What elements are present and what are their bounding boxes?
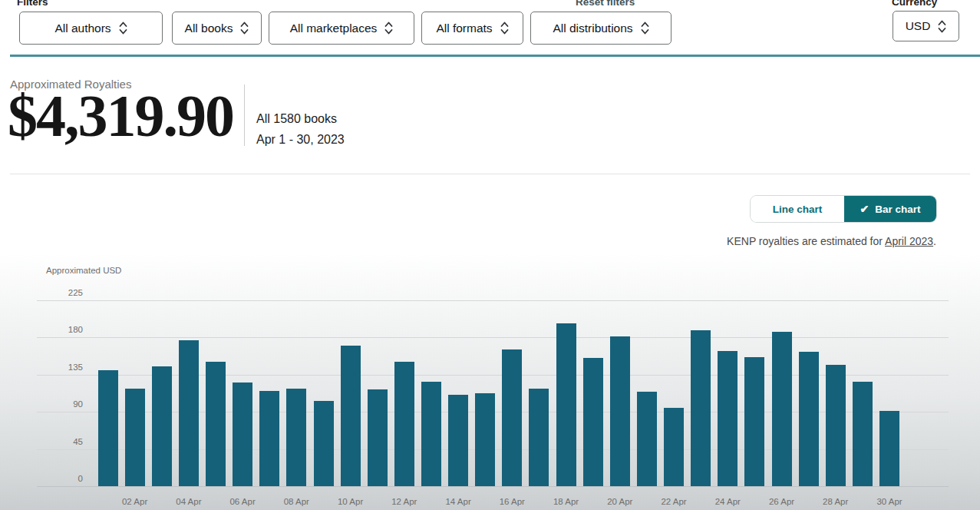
bar[interactable] (556, 323, 576, 486)
bar[interactable] (368, 389, 388, 486)
x-axis-tick-label: 08 Apr (269, 497, 323, 506)
bar[interactable] (448, 395, 468, 486)
y-axis-tick-label: 45 (37, 437, 83, 446)
bar[interactable] (152, 366, 172, 486)
filter-dropdown-marketplaces[interactable]: All marketplaces (269, 12, 414, 45)
filters-bar: Filters Reset filters Currency All autho… (0, 0, 980, 57)
bar[interactable] (394, 362, 414, 486)
bar[interactable] (341, 346, 361, 486)
bar[interactable] (233, 382, 252, 486)
chevron-up-down-icon (641, 22, 649, 35)
filter-dropdown-formats[interactable]: All formats (421, 12, 523, 45)
kenp-note-text: KENP royalties are estimated for (727, 235, 885, 247)
bar[interactable] (125, 389, 145, 486)
y-axis-tick-label: 135 (37, 363, 83, 372)
x-axis-tick-label: 12 Apr (378, 497, 431, 506)
bar-chart-label: Bar chart (875, 204, 920, 215)
bar[interactable] (637, 392, 657, 486)
x-axis-tick-label: 30 Apr (863, 497, 916, 506)
filter-bar-accent-line (10, 55, 980, 57)
kenp-note-suffix: . (933, 235, 936, 247)
bar[interactable] (691, 330, 711, 486)
dropdown-label: All authors (54, 22, 111, 35)
dropdown-label: All marketplaces (290, 22, 378, 35)
y-axis-tick-label: 0 (37, 474, 83, 483)
bar[interactable] (853, 382, 873, 486)
dropdown-label: All formats (436, 22, 492, 35)
filters-label: Filters (17, 0, 48, 8)
x-axis-tick-label: 02 Apr (108, 497, 162, 506)
gridline (37, 486, 949, 487)
filter-dropdown-distributions[interactable]: All distributions (530, 12, 671, 45)
bar[interactable] (879, 411, 899, 486)
bar[interactable] (610, 336, 630, 486)
line-chart-button[interactable]: Line chart (751, 196, 844, 222)
kdp-royalties-dashboard: Filters Reset filters Currency All autho… (0, 0, 980, 510)
x-axis-tick-label: 06 Apr (216, 497, 269, 506)
bar[interactable] (826, 365, 846, 486)
bar[interactable] (259, 391, 279, 486)
x-axis-tick-label: 16 Apr (485, 497, 539, 506)
bar[interactable] (179, 340, 199, 486)
chevron-up-down-icon (938, 20, 946, 33)
bar[interactable] (664, 408, 684, 486)
chevron-up-down-icon (500, 22, 509, 35)
bar[interactable] (502, 349, 522, 486)
royalties-scope: All 1580 books (256, 112, 337, 126)
royalties-bar-chart: Approximated USD 2251801359045002 Apr04 … (0, 253, 980, 510)
filter-dropdown-books[interactable]: All books (172, 12, 262, 45)
filter-dropdown-authors[interactable]: All authors (19, 12, 163, 45)
x-axis-tick-label: 28 Apr (809, 497, 863, 506)
chart-type-toggle: Line chart ✔ Bar chart (751, 196, 936, 222)
chevron-up-down-icon (119, 22, 127, 35)
currency-dropdown[interactable]: USD (893, 11, 959, 41)
x-axis-tick-label: 14 Apr (431, 497, 485, 506)
currency-value: USD (906, 19, 931, 33)
line-chart-label: Line chart (773, 204, 823, 215)
kenp-note: KENP royalties are estimated for April 2… (727, 235, 936, 247)
bar[interactable] (98, 370, 118, 486)
x-axis-tick-label: 04 Apr (162, 497, 216, 506)
y-axis-tick-label: 90 (37, 399, 83, 409)
x-axis-tick-label: 18 Apr (539, 497, 593, 506)
gridline (37, 337, 949, 338)
bar[interactable] (583, 358, 603, 486)
chevron-up-down-icon (240, 22, 249, 35)
bar[interactable] (206, 362, 226, 486)
bar[interactable] (799, 352, 819, 486)
y-axis-tick-label: 180 (37, 325, 83, 334)
chart-y-axis-title: Approximated USD (46, 266, 121, 275)
x-axis-tick-label: 26 Apr (755, 497, 809, 506)
x-axis-tick-label: 10 Apr (324, 497, 378, 506)
x-axis-tick-label: 20 Apr (593, 497, 647, 506)
royalties-period: Apr 1 - 30, 2023 (256, 133, 345, 147)
bar[interactable] (744, 357, 764, 486)
bar[interactable] (421, 382, 441, 486)
bar[interactable] (529, 389, 549, 486)
bar[interactable] (718, 351, 737, 486)
bar-chart-button[interactable]: ✔ Bar chart (844, 196, 936, 222)
chevron-up-down-icon (384, 22, 393, 35)
x-axis-tick-label: 24 Apr (701, 497, 754, 506)
y-axis-tick-label: 225 (37, 288, 83, 297)
dropdown-label: All books (185, 22, 233, 35)
bar[interactable] (286, 389, 306, 486)
royalties-amount: $4,319.90 (8, 86, 233, 146)
dropdown-label: All distributions (553, 22, 632, 35)
kenp-note-month-link[interactable]: April 2023 (885, 235, 933, 247)
reset-filters-link[interactable]: Reset filters (576, 0, 635, 8)
x-axis-tick-label: 22 Apr (647, 497, 701, 506)
bar[interactable] (772, 332, 792, 487)
currency-label: Currency (892, 0, 937, 8)
section-divider (10, 174, 970, 174)
gridline (37, 300, 949, 301)
check-icon: ✔ (860, 204, 869, 214)
summary-divider (244, 84, 245, 146)
bar[interactable] (475, 393, 495, 486)
bar[interactable] (314, 401, 334, 486)
